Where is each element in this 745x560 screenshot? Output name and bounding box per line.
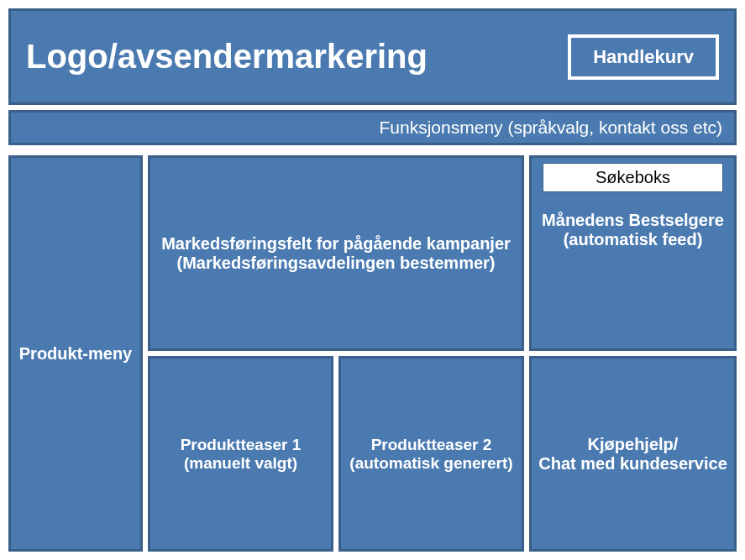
function-menu-label: Funksjonsmeny (språkvalg, kontakt oss et… xyxy=(380,118,723,138)
chat-label: Kjøpehjelp/Chat med kundeservice xyxy=(538,435,727,474)
logo-label: Logo/avsendermarkering xyxy=(26,38,428,76)
product-menu-label: Produkt-meny xyxy=(19,344,132,364)
teaser2-label: Produktteaser 2(automatisk generert) xyxy=(349,436,512,473)
header-block: Logo/avsendermarkering Handlekurv xyxy=(8,8,737,105)
product-teaser-2[interactable]: Produktteaser 2(automatisk generert) xyxy=(338,356,524,552)
teaser1-label: Produktteaser 1(manuelt valgt) xyxy=(181,436,302,473)
search-input[interactable]: Søkeboks xyxy=(543,163,723,192)
right-top-block: Søkeboks Månedens Bestselgere (automatis… xyxy=(529,155,737,351)
bestsellers-label: Månedens Bestselgere (automatisk feed) xyxy=(537,211,729,249)
cart-button[interactable]: Handlekurv xyxy=(568,34,719,80)
product-menu[interactable]: Produkt-meny xyxy=(8,155,143,552)
chat-help[interactable]: Kjøpehjelp/Chat med kundeservice xyxy=(529,356,737,552)
function-menu[interactable]: Funksjonsmeny (språkvalg, kontakt oss et… xyxy=(8,110,737,145)
body-grid: Produkt-meny Markedsføringsfelt for pågå… xyxy=(8,155,737,552)
marketing-label: Markedsføringsfelt for pågående kampanje… xyxy=(155,234,517,273)
header-row: Logo/avsendermarkering Handlekurv xyxy=(8,8,737,105)
wireframe-layout: Logo/avsendermarkering Handlekurv Funksj… xyxy=(8,8,737,552)
function-menu-row: Funksjonsmeny (språkvalg, kontakt oss et… xyxy=(8,110,737,150)
marketing-area: Markedsføringsfelt for pågående kampanje… xyxy=(148,155,524,351)
product-teaser-1[interactable]: Produktteaser 1(manuelt valgt) xyxy=(148,356,333,552)
teaser-wrap: Produktteaser 1(manuelt valgt) Produktte… xyxy=(148,356,524,552)
